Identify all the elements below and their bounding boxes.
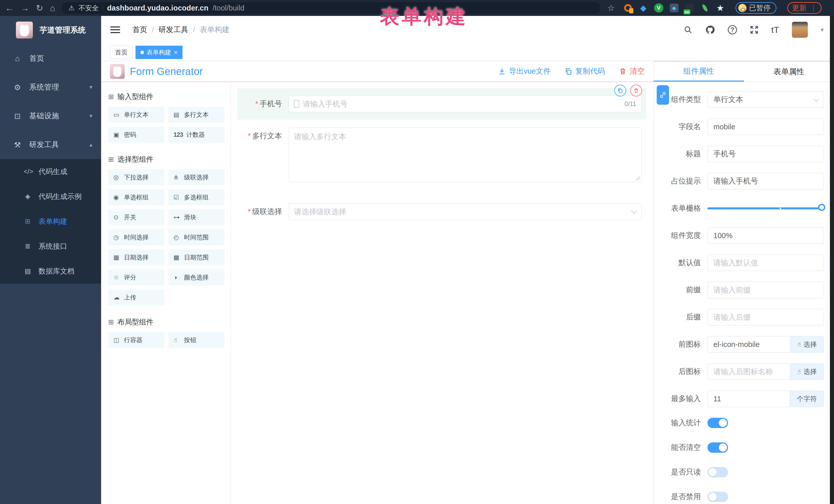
mobile-input[interactable]: 0/11	[289, 95, 641, 112]
form-canvas[interactable]: 手机号 0/11 多行文本 请输入多行文本	[231, 82, 653, 504]
button-icon: ☝	[174, 336, 181, 344]
home-icon[interactable]: ⌂	[50, 4, 56, 12]
sidebar-item-home[interactable]: ⌂ 首页	[0, 44, 101, 73]
placeholder-input[interactable]	[707, 173, 824, 190]
palette-item-counter[interactable]: 123计数器	[168, 127, 224, 143]
tag-form-builder[interactable]: 表单构建 ×	[135, 46, 182, 59]
user-avatar[interactable]	[792, 22, 808, 38]
canvas-field-cascader[interactable]: 级联选择	[237, 203, 646, 220]
extension-icon-split[interactable]: ◆	[669, 3, 679, 13]
extension-icon-leaf[interactable]	[700, 3, 710, 13]
sidebar-item-infra[interactable]: ⊡ 基础设施 ▾	[0, 102, 101, 130]
form-grid-slider[interactable]	[707, 200, 824, 217]
extension-icon-vue[interactable]: V	[654, 3, 664, 13]
bookmark-star-icon[interactable]: ☆	[608, 3, 615, 13]
sidebar-item-codegen-demo[interactable]: ◈ 代码生成示例	[0, 184, 101, 209]
sidebar-item-form-builder[interactable]: ⊞ 表单构建	[0, 209, 101, 234]
textarea-input[interactable]: 请输入多行文本	[289, 127, 641, 182]
sidebar-item-system[interactable]: ⚙ 系统管理 ▾	[0, 73, 101, 102]
palette-item-switch[interactable]: ⊙开关	[108, 210, 164, 225]
suffix-icon-input[interactable]	[707, 364, 790, 380]
forward-icon[interactable]: →	[21, 4, 29, 12]
chevron-down-icon: ▾	[90, 84, 92, 91]
link-handle[interactable]	[657, 85, 669, 105]
disabled-toggle[interactable]	[707, 492, 728, 502]
component-type-select[interactable]	[707, 91, 824, 108]
help-icon[interactable]: ?	[728, 25, 737, 35]
palette-item-cascader[interactable]: ⋔级联选择	[168, 169, 224, 185]
export-vue-button[interactable]: 导出vue文件	[498, 66, 551, 76]
palette-item-row-container[interactable]: ◫行容器	[108, 332, 164, 348]
fullscreen-icon[interactable]	[750, 25, 759, 34]
scrollbar[interactable]	[830, 16, 834, 504]
canvas-field-mobile[interactable]: 手机号 0/11	[237, 88, 646, 119]
extension-icon-ring[interactable]	[623, 3, 633, 13]
suffix-icon-select-button[interactable]: ☝ 选择	[790, 364, 824, 380]
palette-item-select[interactable]: ◎下拉选择	[108, 169, 164, 185]
palette-item-button[interactable]: ☝按钮	[168, 332, 224, 348]
trash-icon	[619, 67, 627, 75]
tag-home[interactable]: 首页	[110, 46, 132, 59]
hamburger-icon[interactable]	[110, 26, 120, 33]
resize-handle[interactable]	[636, 176, 640, 180]
sidebar-item-api[interactable]: ≣ 系统接口	[0, 234, 101, 259]
palette-item-single-line[interactable]: ▭单行文本	[108, 107, 164, 123]
palette-item-rate[interactable]: ☆评分	[108, 269, 164, 285]
update-button[interactable]: 更新 ⋮	[787, 2, 822, 14]
extension-icon-star[interactable]: ★	[716, 3, 725, 13]
clear-button[interactable]: 清空	[619, 66, 644, 76]
breadcrumb-devtools[interactable]: 研发工具	[159, 25, 188, 35]
input-stats-toggle[interactable]	[707, 418, 728, 428]
canvas-field-textarea[interactable]: 多行文本 请输入多行文本	[237, 127, 646, 182]
extension-icon-dark[interactable]: on	[685, 3, 695, 13]
palette-item-time-picker[interactable]: ◷时间选择	[108, 229, 164, 245]
breadcrumb-home[interactable]: 首页	[132, 25, 147, 35]
tab-form-props[interactable]: 表单属性	[744, 62, 834, 82]
palette-item-time-range[interactable]: ◴时间范围	[168, 229, 224, 245]
title-input[interactable]	[707, 146, 824, 162]
component-width-input[interactable]	[707, 227, 824, 244]
slider-handle[interactable]	[818, 204, 825, 211]
font-size-icon[interactable]: tT	[771, 25, 779, 35]
readonly-toggle[interactable]	[707, 467, 728, 477]
menu-dots-icon[interactable]: ⋮	[810, 4, 817, 12]
suffix-input[interactable]	[707, 309, 824, 325]
duplicate-field-button[interactable]	[614, 85, 626, 96]
max-length-input[interactable]	[707, 391, 790, 407]
palette-item-upload[interactable]: ☁上传	[108, 289, 164, 305]
reload-icon[interactable]: ↻	[36, 4, 43, 12]
delete-field-button[interactable]	[630, 85, 642, 96]
palette-item-multi-line[interactable]: ▤多行文本	[168, 107, 224, 123]
paused-badge[interactable]: 已暂停	[736, 2, 776, 14]
default-value-input[interactable]	[707, 255, 824, 271]
prefix-icon-input[interactable]	[707, 336, 790, 353]
back-icon[interactable]: ←	[5, 4, 14, 12]
tab-component-props[interactable]: 组件属性	[654, 62, 744, 82]
clearable-toggle[interactable]	[707, 442, 728, 453]
component-icon: ⊞	[108, 155, 114, 163]
palette-item-checkbox-group[interactable]: ☑多选框组	[168, 190, 224, 205]
palette-item-date-range[interactable]: ▩日期范围	[168, 249, 224, 265]
sidebar-item-codegen[interactable]: </> 代码生成	[0, 159, 101, 184]
sidebar-item-db-doc[interactable]: ▤ 数据库文档	[0, 259, 101, 284]
palette-item-radio-group[interactable]: ◉单选框组	[108, 190, 164, 205]
extension-icon-gem[interactable]: ◆	[638, 3, 648, 13]
copy-code-button[interactable]: 复制代码	[565, 66, 605, 76]
palette-item-date-picker[interactable]: ▦日期选择	[108, 249, 164, 265]
palette-item-slider[interactable]: ⊶滑块	[168, 210, 224, 225]
palette-item-color-picker[interactable]: ◑颜色选择	[168, 269, 224, 285]
caret-down-icon[interactable]: ▾	[821, 26, 824, 34]
palette-item-password[interactable]: ▣密码	[108, 127, 164, 143]
download-icon	[498, 67, 506, 75]
url-bar[interactable]: ⚠ 不安全 dashboard.yudao.iocoder.cn /tool/b…	[62, 2, 601, 14]
cascader-input[interactable]	[289, 203, 641, 220]
close-icon[interactable]: ×	[174, 49, 178, 56]
field-name-input[interactable]	[707, 118, 824, 135]
github-icon[interactable]	[705, 25, 715, 35]
app-logo-row[interactable]: 芋道管理系统	[0, 16, 101, 44]
trash-icon	[633, 88, 639, 93]
prefix-icon-select-button[interactable]: ☝ 选择	[790, 336, 824, 353]
sidebar-item-devtools[interactable]: ⚒ 研发工具 ▴	[0, 130, 101, 159]
search-icon[interactable]	[684, 25, 692, 34]
prefix-input[interactable]	[707, 282, 824, 298]
